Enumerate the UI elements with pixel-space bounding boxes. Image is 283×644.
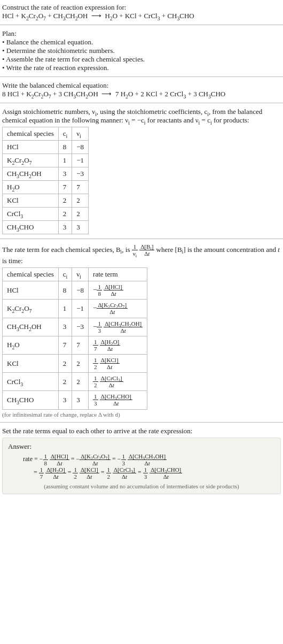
table-row: KCl22 [3, 194, 89, 208]
plan-list: • Balance the chemical equation. • Deter… [2, 38, 281, 72]
question-prompt: Construct the rate of reaction expressio… [2, 3, 281, 12]
table-row: CrCl32212 Δ[CrCl3]Δt [3, 373, 147, 391]
table-row: KCl2212 Δ[KCl]Δt [3, 354, 147, 372]
stoich-intro: Assign stoichiometric numbers, νi, using… [2, 108, 281, 125]
table-header-row: chemical species ci νi rate term [3, 268, 147, 281]
footnote: (for infinitesimal rate of change, repla… [2, 411, 281, 418]
stoich-table: chemical species ci νi HCl8−8 K2Cr2O71−1… [2, 127, 89, 234]
rateterm-table: chemical species ci νi rate term HCl8−8−… [2, 267, 147, 409]
table-row: CH3CHO33 [3, 221, 89, 234]
answer-label: Answer: [8, 442, 275, 451]
table-row: CH3CH2OH3−3 [3, 167, 89, 181]
table-row: HCl8−8−18 Δ[HCl]Δt [3, 281, 147, 300]
col-header: νi [72, 127, 89, 141]
divider [0, 103, 283, 103]
divider [0, 239, 283, 239]
assumption-note: (assuming constant volume and no accumul… [8, 483, 275, 489]
table-row: CH3CH2OH3−3−13 Δ[CH3CH2OH]Δt [3, 318, 147, 336]
rate-expression-line2: = 17 Δ[H2O]Δt = 12 Δ[KCl]Δt = 12 Δ[CrCl3… [8, 466, 275, 480]
table-row: K2Cr2O71−1−Δ[K2Cr2O7]Δt [3, 300, 147, 318]
divider [0, 422, 283, 423]
plan-item: • Balance the chemical equation. [2, 38, 281, 47]
table-row: HCl8−8 [3, 141, 89, 154]
plan-item: • Assemble the rate term for each chemic… [2, 55, 281, 64]
plan-section: Plan: • Balance the chemical equation. •… [0, 26, 283, 75]
divider [0, 76, 283, 77]
table-row: CrCl322 [3, 208, 89, 221]
final-section: Set the rate terms equal to each other t… [0, 424, 283, 497]
plan-item: • Determine the stoichiometric numbers. [2, 47, 281, 55]
question-section: Construct the rate of reaction expressio… [0, 0, 283, 24]
rateterm-intro: The rate term for each chemical species,… [2, 243, 281, 265]
plan-heading: Plan: [2, 29, 281, 38]
table-row: H2O7717 Δ[H2O]Δt [3, 336, 147, 354]
balanced-equation: 8 HCl + K2Cr2O7 + 3 CH3CH2OH ⟶ 7 H2O + 2… [2, 90, 281, 98]
plan-item: • Write the rate of reaction expression. [2, 64, 281, 72]
balanced-section: Write the balanced chemical equation: 8 … [0, 78, 283, 102]
col-header: νi [72, 268, 89, 281]
table-header-row: chemical species ci νi [3, 127, 89, 141]
balanced-heading: Write the balanced chemical equation: [2, 81, 281, 90]
divider [0, 25, 283, 25]
rate-expression-line1: rate = −18 Δ[HCl]Δt = −Δ[K2Cr2O7]Δt = −1… [8, 453, 275, 466]
table-row: CH3CHO3313 Δ[CH3CHO]Δt [3, 391, 147, 409]
answer-box: Answer: rate = −18 Δ[HCl]Δt = −Δ[K2Cr2O7… [2, 438, 281, 494]
col-header: chemical species [3, 127, 59, 141]
rateterm-section: The rate term for each chemical species,… [0, 240, 283, 421]
stoich-section: Assign stoichiometric numbers, νi, using… [0, 104, 283, 237]
table-row: H2O77 [3, 181, 89, 194]
col-header: rate term [89, 268, 147, 281]
unbalanced-equation: HCl + K2Cr2O7 + CH3CH2OH ⟶ H2O + KCl + C… [2, 12, 281, 20]
final-heading: Set the rate terms equal to each other t… [2, 427, 281, 435]
col-header: ci [58, 127, 72, 141]
table-row: K2Cr2O71−1 [3, 154, 89, 167]
col-header: chemical species [3, 268, 59, 281]
col-header: ci [58, 268, 72, 281]
